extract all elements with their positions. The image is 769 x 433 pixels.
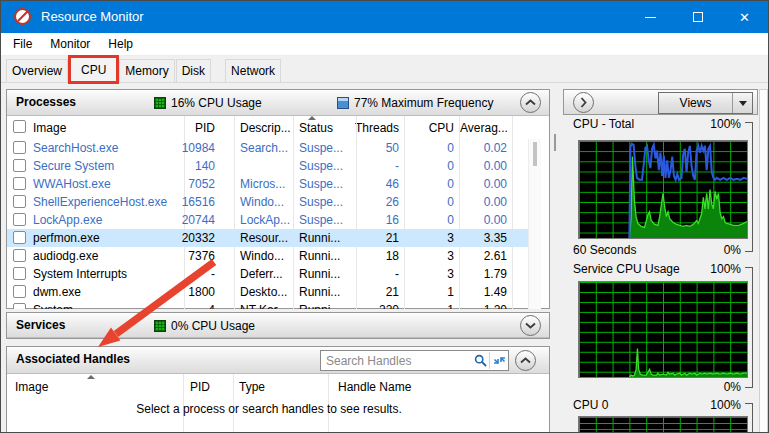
table-row[interactable]: audiodg.exe 7376 Windo... Runni... 18 3 … — [7, 247, 528, 265]
graph2-min-label: 0% — [651, 380, 741, 395]
processes-title: Processes — [16, 95, 76, 109]
graph3-title: CPU 0 — [573, 398, 608, 413]
maximize-button[interactable] — [674, 1, 721, 33]
table-row[interactable]: WWAHost.exe 7052 Micros... Suspe... 46 0… — [7, 175, 528, 193]
column-description[interactable]: Descrip... — [240, 119, 292, 137]
max-frequency-label: 77% Maximum Frequency — [354, 96, 493, 110]
scrollbar-thumb[interactable] — [533, 142, 537, 166]
graph2-scale-bracket — [745, 267, 753, 388]
service-cpu-graph — [578, 281, 748, 378]
graph1-max-label: 100% — [651, 117, 741, 132]
tab-strip: OverviewCPUMemoryDiskNetwork — [1, 56, 768, 83]
services-cpu-chip: 0% CPU Usage — [154, 319, 255, 333]
graph3-scale-bracket — [745, 403, 753, 433]
views-button[interactable]: Views — [658, 92, 753, 114]
graph1-min-label: 0% — [651, 243, 741, 258]
handles-collapse-button[interactable] — [515, 350, 536, 371]
maximize-icon — [693, 12, 703, 22]
column-cpu[interactable]: CPU — [407, 119, 454, 137]
row-checkbox[interactable] — [13, 195, 26, 208]
panel-expand-button[interactable] — [573, 92, 594, 113]
graph2-max-label: 100% — [651, 262, 741, 277]
handles-column-header: Image PID Type Handle Name — [7, 374, 549, 397]
window-title: Resource Monitor — [41, 1, 144, 33]
menu-bar: FileMonitorHelp — [1, 33, 768, 56]
views-button-label: Views — [659, 93, 732, 113]
row-checkbox[interactable] — [13, 231, 26, 244]
search-handles-box — [320, 350, 509, 371]
titlebar: Resource Monitor ✕ — [1, 1, 768, 33]
graph1-x-label: 60 Seconds — [573, 243, 636, 258]
menu-item-help[interactable]: Help — [99, 33, 142, 55]
max-frequency-chip: 77% Maximum Frequency — [337, 96, 493, 110]
search-refresh-button[interactable] — [490, 351, 508, 370]
graphs-toolbar: Views — [563, 89, 758, 115]
services-expand-button[interactable] — [520, 315, 541, 336]
cpu0-graph — [578, 416, 748, 433]
processes-collapse-button[interactable] — [520, 92, 541, 113]
table-row[interactable]: LockApp.exe 20744 LockAp... Suspe... 16 … — [7, 211, 528, 229]
row-checkbox[interactable] — [13, 141, 26, 154]
processes-column-header: Image PID Descrip... Status Threads CPU … — [7, 116, 549, 139]
select-all-checkbox[interactable] — [13, 120, 26, 133]
row-checkbox[interactable] — [13, 267, 26, 280]
tab-overview[interactable]: Overview — [6, 59, 68, 82]
services-header: Services 0% CPU Usage — [7, 313, 549, 338]
handles-header: Associated Handles — [7, 347, 549, 374]
column-handle-pid[interactable]: PID — [190, 378, 230, 396]
close-button[interactable]: ✕ — [721, 1, 768, 33]
panel-splitter[interactable] — [554, 134, 556, 151]
minimize-button[interactable] — [627, 1, 674, 33]
column-threads[interactable]: Threads — [337, 119, 399, 137]
search-button[interactable] — [471, 351, 489, 370]
tab-network[interactable]: Network — [225, 59, 281, 82]
menu-item-file[interactable]: File — [4, 33, 41, 55]
column-image[interactable]: Image — [33, 119, 181, 137]
column-average[interactable]: Averag... — [460, 119, 507, 137]
table-row[interactable]: perfmon.exe 20332 Resour... Runni... 21 … — [7, 229, 528, 247]
menu-item-monitor[interactable]: Monitor — [41, 33, 99, 55]
processes-scrollbar[interactable] — [528, 139, 541, 309]
table-row[interactable]: SearchHost.exe 10984 Search... Suspe... … — [7, 139, 528, 157]
column-pid[interactable]: PID — [167, 119, 215, 137]
row-checkbox[interactable] — [13, 213, 26, 226]
tab-memory[interactable]: Memory — [119, 59, 174, 82]
row-checkbox[interactable] — [13, 177, 26, 190]
handles-empty-message: Select a process or search handles to se… — [7, 402, 531, 416]
row-checkbox[interactable] — [13, 285, 26, 298]
column-handle-image[interactable]: Image — [15, 378, 175, 396]
table-row[interactable]: System Interrupts - Deferr... Runni... -… — [7, 265, 528, 283]
table-row[interactable]: System 4 NT Ker... Runni... 220 1 1.20 — [7, 301, 528, 309]
processes-header: Processes 16% CPU Usage 77% Maximum Freq… — [7, 90, 549, 116]
column-handle-type[interactable]: Type — [239, 378, 319, 396]
dropdown-arrow-icon — [739, 101, 747, 106]
app-icon — [14, 8, 31, 25]
processes-table: SearchHost.exe 10984 Search... Suspe... … — [7, 139, 549, 309]
row-checkbox[interactable] — [13, 249, 26, 262]
sort-ascending-icon — [87, 375, 95, 379]
views-dropdown-button[interactable] — [732, 93, 752, 113]
table-row[interactable]: Secure System 140 Suspe... - 0 0.00 — [7, 157, 528, 175]
processes-section: Processes 16% CPU Usage 77% Maximum Freq… — [6, 89, 550, 309]
close-icon: ✕ — [739, 11, 750, 24]
cpu-usage-label: 16% CPU Usage — [171, 96, 262, 110]
services-cpu-label: 0% CPU Usage — [171, 319, 255, 333]
search-handles-input[interactable] — [321, 354, 471, 368]
associated-handles-section: Associated Handles Image PID — [6, 346, 550, 433]
resource-monitor-window: Resource Monitor ✕ FileMonitorHelp Overv… — [0, 0, 769, 433]
table-row[interactable]: dwm.exe 1800 Deskto... Runni... 21 1 1.4… — [7, 283, 528, 301]
row-checkbox[interactable] — [13, 303, 26, 309]
minimize-icon — [645, 17, 656, 18]
services-cpu-led-icon — [154, 320, 166, 332]
cpu-total-graph — [578, 140, 748, 239]
handles-title: Associated Handles — [16, 352, 130, 366]
row-checkbox[interactable] — [13, 159, 26, 172]
max-frequency-icon — [337, 97, 349, 109]
tab-disk[interactable]: Disk — [176, 59, 211, 82]
column-handle-name[interactable]: Handle Name — [338, 378, 488, 396]
tab-cpu[interactable]: CPU — [69, 56, 118, 82]
graph1-scale-bracket — [745, 122, 753, 252]
table-row[interactable]: ShellExperienceHost.exe 16516 Windo... S… — [7, 193, 528, 211]
right-panel-scrollbar[interactable] — [759, 89, 768, 433]
chevron-right-icon — [580, 97, 587, 108]
